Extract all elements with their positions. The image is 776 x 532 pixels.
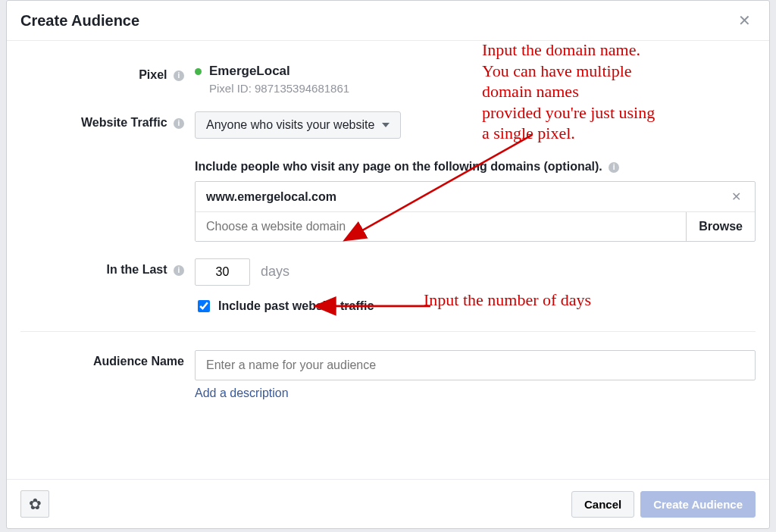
domains-instruction: Include people who visit any page on the… bbox=[195, 160, 602, 173]
status-dot-icon bbox=[195, 68, 202, 75]
dialog-title: Create Audience bbox=[20, 12, 139, 30]
info-icon: i bbox=[174, 265, 184, 276]
pixel-label: Pixel bbox=[139, 68, 167, 81]
in-the-last-label: In the Last bbox=[107, 263, 167, 276]
domain-input[interactable] bbox=[196, 212, 686, 241]
add-description-link[interactable]: Add a description bbox=[195, 386, 289, 400]
include-past-label: Include past website traffic bbox=[218, 299, 374, 313]
days-unit: days bbox=[261, 264, 289, 279]
website-traffic-dropdown[interactable]: Anyone who visits your website bbox=[195, 111, 401, 139]
days-input[interactable] bbox=[195, 258, 250, 286]
pixel-name: EmergeLocal bbox=[209, 64, 290, 79]
info-icon: i bbox=[609, 162, 619, 173]
cancel-button[interactable]: Cancel bbox=[571, 491, 634, 518]
info-icon: i bbox=[174, 118, 184, 129]
caret-down-icon bbox=[382, 123, 390, 127]
browse-button[interactable]: Browse bbox=[686, 212, 755, 241]
website-traffic-label: Website Traffic bbox=[81, 116, 167, 129]
domain-chip: www.emergelocal.com bbox=[206, 190, 728, 204]
audience-name-input[interactable] bbox=[195, 350, 756, 380]
include-past-checkbox[interactable] bbox=[198, 300, 210, 312]
remove-domain-icon[interactable]: ✕ bbox=[728, 189, 744, 204]
audience-name-label: Audience Name bbox=[93, 355, 184, 368]
close-icon[interactable]: ✕ bbox=[734, 11, 756, 30]
gear-icon[interactable]: ✿ bbox=[20, 490, 49, 518]
info-icon: i bbox=[174, 70, 184, 81]
create-audience-button[interactable]: Create Audience bbox=[640, 491, 756, 518]
pixel-id: Pixel ID: 987135394681861 bbox=[209, 82, 756, 95]
dropdown-text: Anyone who visits your website bbox=[206, 118, 374, 132]
